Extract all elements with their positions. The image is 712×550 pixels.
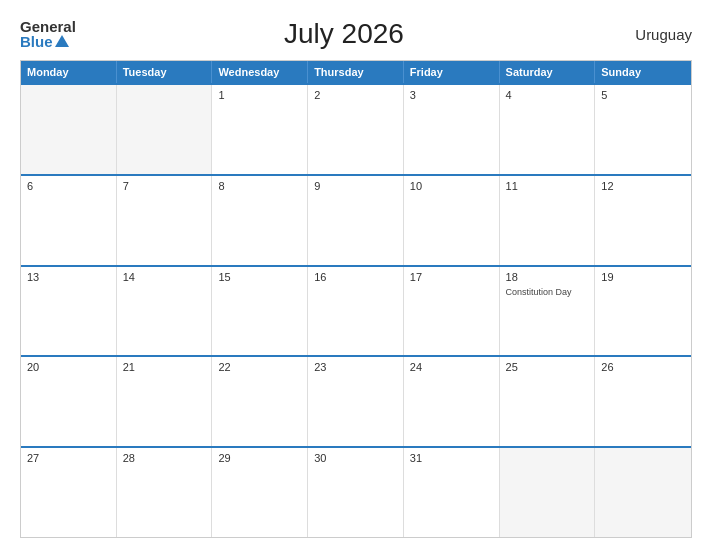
day-3: 3: [404, 85, 500, 174]
logo: General Blue: [20, 19, 76, 49]
week-5: 27 28 29 30 31: [21, 446, 691, 537]
logo-blue-text: Blue: [20, 34, 69, 49]
week-3: 13 14 15 16 17 18 Constitution Day 19: [21, 265, 691, 356]
day-11: 11: [500, 176, 596, 265]
header-tuesday: Tuesday: [117, 61, 213, 83]
day-9: 9: [308, 176, 404, 265]
calendar: Monday Tuesday Wednesday Thursday Friday…: [20, 60, 692, 538]
logo-blue-label: Blue: [20, 34, 53, 49]
header-thursday: Thursday: [308, 61, 404, 83]
header-saturday: Saturday: [500, 61, 596, 83]
constitution-day-event: Constitution Day: [506, 287, 572, 297]
day-29: 29: [212, 448, 308, 537]
day-21: 21: [117, 357, 213, 446]
day-17: 17: [404, 267, 500, 356]
day-19: 19: [595, 267, 691, 356]
day-13: 13: [21, 267, 117, 356]
day-16: 16: [308, 267, 404, 356]
header-sunday: Sunday: [595, 61, 691, 83]
calendar-title: July 2026: [76, 18, 612, 50]
day-27: 27: [21, 448, 117, 537]
day-5: 5: [595, 85, 691, 174]
header-friday: Friday: [404, 61, 500, 83]
day-23: 23: [308, 357, 404, 446]
logo-triangle-icon: [55, 35, 69, 47]
day-15: 15: [212, 267, 308, 356]
day-empty-4: [595, 448, 691, 537]
day-31: 31: [404, 448, 500, 537]
header-wednesday: Wednesday: [212, 61, 308, 83]
day-empty-1: [21, 85, 117, 174]
day-7: 7: [117, 176, 213, 265]
day-empty-2: [117, 85, 213, 174]
day-20: 20: [21, 357, 117, 446]
week-1: 1 2 3 4 5: [21, 83, 691, 174]
day-22: 22: [212, 357, 308, 446]
header: General Blue July 2026 Uruguay: [20, 18, 692, 50]
calendar-header: Monday Tuesday Wednesday Thursday Friday…: [21, 61, 691, 83]
week-2: 6 7 8 9 10 11 12: [21, 174, 691, 265]
day-12: 12: [595, 176, 691, 265]
day-empty-3: [500, 448, 596, 537]
day-30: 30: [308, 448, 404, 537]
week-4: 20 21 22 23 24 25 26: [21, 355, 691, 446]
day-8: 8: [212, 176, 308, 265]
day-25: 25: [500, 357, 596, 446]
day-10: 10: [404, 176, 500, 265]
day-18: 18 Constitution Day: [500, 267, 596, 356]
logo-general-text: General: [20, 19, 76, 34]
page: General Blue July 2026 Uruguay Monday Tu…: [0, 0, 712, 550]
day-6: 6: [21, 176, 117, 265]
day-4: 4: [500, 85, 596, 174]
header-monday: Monday: [21, 61, 117, 83]
country-label: Uruguay: [612, 26, 692, 43]
calendar-body: 1 2 3 4 5 6 7 8 9 10 11 12 13 14 15: [21, 83, 691, 537]
day-28: 28: [117, 448, 213, 537]
day-14: 14: [117, 267, 213, 356]
day-24: 24: [404, 357, 500, 446]
day-2: 2: [308, 85, 404, 174]
day-26: 26: [595, 357, 691, 446]
day-1: 1: [212, 85, 308, 174]
